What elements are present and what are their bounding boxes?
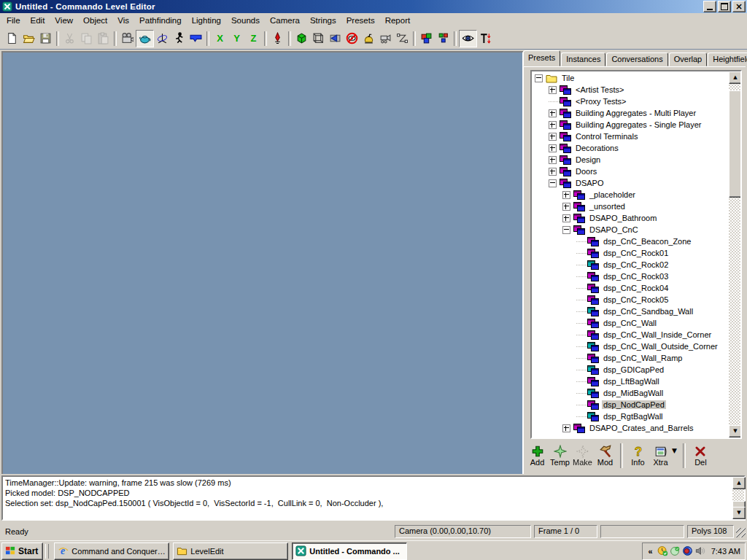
tree-row[interactable]: _unsorted [533,201,728,212]
maximize-button[interactable] [718,1,731,12]
tab-presets[interactable]: Presets [523,50,560,66]
shield-check-icon[interactable] [670,545,681,556]
solid-cube-button[interactable] [293,31,310,47]
xtra-button[interactable]: Xtra [649,445,672,467]
tray-collapse-chevron[interactable]: « [647,547,654,556]
axis-x-button[interactable]: X [212,31,228,47]
menu-item-view[interactable]: View [50,15,78,26]
tree-scrollbar[interactable]: ▲ ▼ [729,71,740,438]
tree-row[interactable]: DSAPO_CnC [533,224,728,236]
eye-visibility-button[interactable] [459,30,477,47]
menu-item-strings[interactable]: Strings [305,15,341,26]
polygon-edit-button[interactable] [394,31,411,47]
tree-row[interactable]: dsp_CnC_Wall_Ramp [533,352,728,364]
tree-row[interactable]: Control Terminals [533,131,728,142]
tree-row[interactable]: dsp_CnC_Wall_Inside_Corner [533,329,728,341]
3d-viewport[interactable] [1,51,524,475]
tree-row[interactable]: Decorations [533,142,728,154]
tree-row[interactable]: Doors [533,166,728,177]
xtra-dropdown-arrow[interactable]: ▼ [672,447,677,454]
menu-item-vis[interactable]: Vis [112,15,134,26]
tree-row[interactable]: _placeholder [533,189,728,201]
rgb-cubes-button[interactable] [418,31,435,47]
start-button[interactable]: Start [1,542,43,560]
tree-row[interactable]: <Proxy Tests> [533,96,728,107]
network-ball-icon[interactable] [682,545,693,556]
axis-z-button[interactable]: Z [245,31,262,47]
tree-row[interactable]: Tile [533,72,728,84]
tree-row[interactable]: dsp_CnC_Sandbag_Wall [533,306,728,317]
small-cubes-button[interactable] [435,31,452,47]
text-height-button[interactable] [477,31,494,47]
tree-row[interactable]: <Artist Tests> [533,84,728,96]
drop-to-ground-button[interactable] [269,31,286,47]
del-button[interactable]: Del [689,445,712,467]
menu-item-file[interactable]: File [1,15,26,26]
tree-row[interactable]: dsp_RgtBagWall [533,411,728,422]
expand-box-icon[interactable] [562,191,570,199]
walkthrough-button[interactable] [171,31,187,47]
tree-row[interactable]: dsp_MidBagWall [533,387,728,399]
orbit-axis-button[interactable] [154,31,171,47]
tray-clock[interactable]: 7:43 AM [708,547,740,556]
terrain-flag-button[interactable] [187,31,204,47]
collapse-box-icon[interactable] [562,226,570,234]
movie-camera-button[interactable] [119,31,136,47]
expand-box-icon[interactable] [562,214,570,222]
tree-row[interactable]: Building Aggregates - Multi Player [533,107,728,119]
save-button[interactable] [37,31,54,47]
teapot-render-button[interactable] [136,30,154,47]
menu-item-pathfinding[interactable]: Pathfinding [134,15,187,26]
log-scrollbar[interactable]: ▲ ▼ [732,477,744,519]
expand-box-icon[interactable] [549,144,557,152]
volume-icon[interactable] [694,545,705,556]
clock-sync-icon[interactable] [657,545,668,556]
expand-box-icon[interactable] [562,424,570,432]
open-file-button[interactable] [20,31,37,47]
taskbar-button-command-and-conquer[interactable]: eCommand and Conquer: ... [54,542,169,560]
taskbar-button-leveledit[interactable]: LevelEdit [173,542,288,560]
expand-box-icon[interactable] [549,156,557,164]
new-file-button[interactable] [4,31,20,47]
tree-row[interactable]: DSAPO_Crates_and_Barrels [533,422,728,434]
expand-box-icon[interactable] [549,133,557,141]
tree-row[interactable]: dsp_NodCapPed [533,399,728,411]
collapse-box-icon[interactable] [535,74,543,82]
tree-row[interactable]: dsp_LftBagWall [533,376,728,387]
tree-row[interactable]: dsp_CnC_Wall_Outside_Corner [533,341,728,352]
light-button[interactable] [360,31,377,47]
expand-box-icon[interactable] [562,203,570,211]
collapse-box-icon[interactable] [549,179,557,187]
temp-button[interactable]: Temp [549,445,571,467]
no-occluder-button[interactable] [344,31,360,47]
tree-row[interactable]: DSAPO [533,177,728,189]
tab-heightfield[interactable]: Heightfield [708,52,747,66]
tree-row[interactable]: Building Aggregates - Single Player [533,119,728,131]
menu-item-presets[interactable]: Presets [341,15,380,26]
tree-row[interactable]: dsp_CnC_Rock03 [533,271,728,282]
info-button[interactable]: ?Info [627,445,649,467]
taskbar-button-untitled-commando[interactable]: Untitled - Commando ... [292,542,407,560]
menu-item-camera[interactable]: Camera [265,15,305,26]
tab-instances[interactable]: Instances [561,52,605,66]
vis-camera-button[interactable] [327,31,344,47]
scroll-up-button[interactable]: ▲ [729,71,742,84]
menu-item-sounds[interactable]: Sounds [226,15,265,26]
resize-grip[interactable] [736,528,746,537]
tree-row[interactable]: dsp_CnC_Rock01 [533,247,728,259]
mod-button[interactable]: Mod [594,445,616,467]
expand-box-icon[interactable] [549,86,557,94]
tree-row[interactable]: dsp_CnC_Wall [533,317,728,329]
tree-row[interactable]: Design [533,154,728,166]
menu-item-report[interactable]: Report [380,15,416,26]
axis-y-button[interactable]: Y [228,31,245,47]
add-button[interactable]: Add [526,445,549,467]
close-button[interactable]: × [732,1,746,12]
expand-box-icon[interactable] [549,121,557,129]
scroll-thumb[interactable] [729,90,742,198]
tree-row[interactable]: dsp_CnC_Rock05 [533,294,728,306]
wireframe-cube-button[interactable] [310,31,327,47]
tree-row[interactable]: dsp_GDICapPed [533,364,728,376]
tab-overlap[interactable]: Overlap [669,52,708,66]
scroll-down-button[interactable]: ▼ [729,425,742,438]
